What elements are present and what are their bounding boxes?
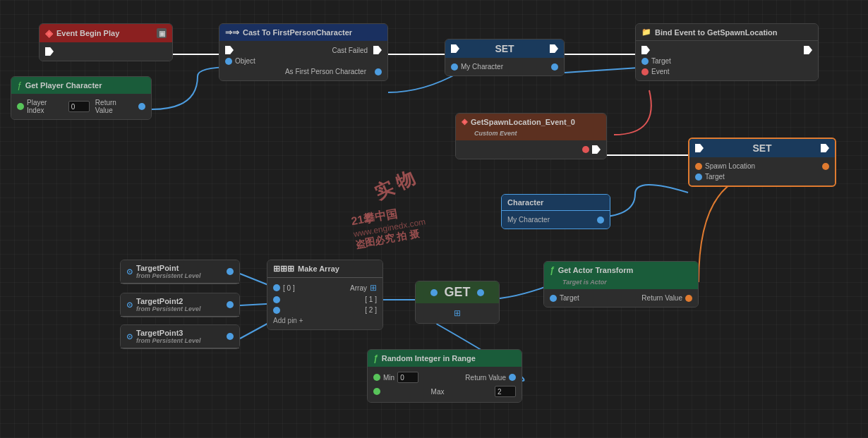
gsl-event-title: GetSpawnLocation_Event_0 — [471, 118, 575, 126]
player-index-pin — [17, 103, 24, 110]
tp1-sublabel: from Persistent Level — [136, 272, 201, 279]
as-first-pin — [375, 68, 382, 75]
cast-title: Cast To FirstPersonCharacter — [243, 28, 352, 37]
set-exec-in — [451, 44, 459, 53]
object-pin — [225, 58, 232, 65]
set-mychar-body: My Character — [445, 58, 564, 75]
random-rv-pin — [509, 374, 516, 381]
player-index-input[interactable] — [68, 101, 90, 112]
actor-rv-label: Return Value — [641, 294, 682, 302]
as-first-label: As First Person Character — [285, 68, 366, 75]
max-pin — [373, 388, 380, 395]
tp1-header: ⊙ TargetPoint from Persistent Level — [121, 260, 239, 284]
random-int-node: ƒ Random Integer in Range Min Return Val… — [367, 349, 522, 403]
array-idx0-pin — [273, 284, 280, 291]
bind-event-label: Event — [651, 68, 670, 75]
bind-exec-out — [804, 46, 812, 54]
make-array-title: Make Array — [298, 264, 339, 273]
actor-target-pin — [550, 295, 557, 302]
max-input[interactable] — [495, 386, 516, 397]
add-pin-label[interactable]: Add pin + — [273, 317, 303, 324]
get-actor-title: Get Actor Transform — [558, 266, 634, 274]
event-begin-play-node: ◈ Event Begin Play ▣ — [39, 23, 173, 61]
set-mychar-title: SET — [463, 43, 546, 54]
tp1-title: TargetPoint — [136, 264, 201, 272]
min-pin — [373, 374, 380, 381]
set-exec-out — [550, 44, 558, 53]
tp1-pin — [227, 268, 234, 275]
gsl-exec-out — [592, 145, 601, 154]
character-header: Character — [502, 195, 610, 211]
get-player-character-title: Get Player Character — [25, 81, 102, 90]
tp3-title: TargetPoint3 — [136, 329, 201, 337]
actor-target-label: Target — [560, 294, 579, 302]
tp3-header: ⊙ TargetPoint3 from Persistent Level — [121, 325, 239, 348]
bind-event-title: Bind Event to GetSpawnLocation — [655, 28, 778, 37]
tp3-pin — [227, 333, 234, 340]
get-actor-transform-node: ƒ Get Actor Transform Target is Actor Ta… — [543, 261, 699, 308]
wm-line2: 21攀中国 — [350, 202, 424, 229]
array-idx1-label: [ 1 ] — [365, 296, 377, 303]
get-header: GET — [416, 281, 499, 303]
watermark2: 21攀中国 www.enginedx.com 盗图必究 拍 摄 — [350, 202, 428, 251]
my-char-out-pin — [551, 63, 558, 71]
min-label: Min — [383, 374, 394, 382]
cast-header: ⇒⇒ Cast To FirstPersonCharacter — [219, 24, 387, 41]
min-input[interactable] — [397, 372, 418, 383]
get-index-pin: ⊞ — [454, 308, 461, 318]
set-spawn-target-in-pin — [695, 174, 702, 181]
return-value-label: Return Value — [95, 99, 135, 114]
my-char-in-pin — [451, 63, 458, 71]
actor-rv-pin — [685, 295, 692, 302]
set-spawn-title: SET — [707, 142, 817, 154]
get-player-character-header: ƒ Get Player Character — [11, 77, 151, 94]
set-mycharacter-node: SET My Character — [445, 39, 565, 76]
get-out-pin — [477, 289, 484, 296]
exec-in-pin — [225, 46, 234, 54]
set-spawn-node: SET Spawn Location Target — [688, 138, 836, 187]
random-body: Min Return Value Max — [368, 367, 522, 402]
wm-line1: 实 物 — [370, 165, 418, 205]
random-rv-label: Return Value — [465, 374, 506, 382]
array-idx2-label: [ 2 ] — [365, 306, 377, 314]
return-value-pin — [138, 103, 145, 110]
cast-failed-pin — [373, 46, 382, 54]
event-begin-play-body — [40, 42, 172, 61]
spawn-loc-label: Spawn Location — [705, 162, 755, 170]
exec-out-pin — [45, 47, 54, 56]
targetpoint1-node: ⊙ TargetPoint from Persistent Level — [120, 260, 240, 284]
get-player-character-body: Player Index Return Value — [11, 94, 151, 119]
gsl-event-header: ◈ GetSpawnLocation_Event_0 Custom Event — [456, 114, 606, 140]
bind-exec-in — [641, 46, 650, 54]
get-actor-body: Target Return Value — [544, 289, 698, 307]
get-body: ⊞ — [416, 303, 499, 323]
set-spawn-exec-in — [695, 144, 704, 152]
spawn-loc-in-pin — [695, 163, 702, 170]
array-idx1-pin — [273, 296, 280, 303]
cast-failed-label: Cast Failed — [332, 47, 368, 54]
get-node: GET ⊞ — [415, 281, 500, 324]
gsl-event-subtitle: Custom Event — [474, 130, 517, 137]
character-body: My Character — [502, 211, 610, 229]
tp2-sublabel: from Persistent Level — [136, 305, 201, 312]
watermark: 实 物 — [371, 168, 418, 202]
make-array-header: ⊞⊞⊞ Make Array — [267, 260, 382, 278]
array-idx2-pin — [273, 307, 280, 314]
bind-event-pin — [641, 68, 649, 75]
cast-body: Cast Failed Object As First Person Chara… — [219, 41, 387, 80]
array-idx0-label: [ 0 ] — [283, 284, 295, 292]
targetpoint3-node: ⊙ TargetPoint3 from Persistent Level — [120, 324, 240, 349]
get-player-character-node: ƒ Get Player Character Player Index Retu… — [11, 76, 152, 120]
bind-target-pin — [641, 58, 649, 65]
tp2-pin — [227, 301, 234, 308]
get-actor-subtitle: Target is Actor — [562, 279, 607, 286]
gsl-red-pin — [582, 146, 589, 153]
wm-line3: www.enginedx.com — [353, 217, 426, 239]
random-header: ƒ Random Integer in Range — [368, 350, 522, 367]
tp3-sublabel: from Persistent Level — [136, 337, 201, 344]
get-title: GET — [444, 285, 470, 300]
random-title: Random Integer in Range — [382, 354, 476, 363]
tp2-header: ⊙ TargetPoint2 from Persistent Level — [121, 293, 239, 317]
gsl-event-body — [456, 140, 606, 159]
my-char-mid-label: My Character — [507, 216, 550, 224]
